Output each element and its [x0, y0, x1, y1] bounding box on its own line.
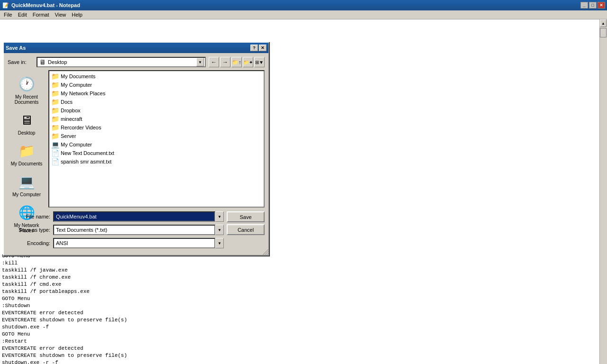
list-item[interactable]: 📁 My Network Places — [50, 89, 263, 98]
list-item[interactable]: 📄 spanish smr asmnt.txt — [50, 157, 263, 166]
txt-icon: 📄 — [51, 149, 59, 157]
new-folder-button[interactable]: 📁✦ — [243, 57, 253, 67]
encoding-dropdown-btn[interactable]: ▼ — [215, 238, 224, 248]
title-bar: 📝 QuickMenuv4.bat - Notepad _ □ ✕ — [0, 0, 607, 10]
dialog-title-bar: Save As ? ✕ — [4, 43, 268, 53]
list-item[interactable]: 📁 Dropbox — [50, 106, 263, 115]
forward-button[interactable]: → — [220, 57, 230, 67]
list-item[interactable]: 📁 Server — [50, 132, 263, 140]
filename-input-wrap: ▼ — [53, 211, 224, 222]
dialog-help-button[interactable]: ? — [250, 45, 258, 51]
sidebar: 🕐 My Recent Documents 🖥 Desktop 📁 My Doc… — [8, 70, 46, 208]
filename-dropdown-btn[interactable]: ▼ — [215, 211, 224, 222]
savetype-input-wrap: Text Documents (*.txt) ▼ — [53, 225, 224, 235]
savetype-row: Save as type: Text Documents (*.txt) ▼ — [8, 225, 224, 235]
dialog-bottom: File name: ▼ Save as type: — [8, 211, 265, 251]
cancel-button[interactable]: Cancel — [227, 224, 265, 235]
list-item[interactable]: 📁 minecraft — [50, 115, 263, 123]
minimize-button[interactable]: _ — [580, 2, 588, 9]
save-in-label: Save in: — [8, 59, 34, 65]
list-item[interactable]: 💻 My Computer — [50, 140, 263, 149]
back-button[interactable]: ← — [209, 57, 219, 67]
menu-help[interactable]: Help — [69, 11, 85, 18]
scroll-up-btn[interactable]: ▲ — [600, 19, 607, 27]
txt-icon: 📄 — [51, 158, 59, 165]
resize-grip[interactable] — [263, 249, 268, 255]
title-text: QuickMenuv4.bat - Notepad — [11, 2, 80, 8]
dialog-title-controls: ? ✕ — [250, 45, 267, 51]
list-item[interactable]: 📁 Rercorder Videos — [50, 123, 263, 132]
folder-icon: 📁 — [51, 115, 59, 123]
desktop-icon: 🖥 — [17, 110, 36, 129]
encoding-input-wrap: ANSI ▼ — [53, 238, 224, 248]
encoding-row: Encoding: ANSI ▼ — [8, 238, 224, 248]
sidebar-item-recent[interactable]: 🕐 My Recent Documents — [9, 72, 45, 107]
list-item[interactable]: 📄 New Text Document.txt — [50, 149, 263, 157]
filename-label: File name: — [8, 214, 50, 219]
save-in-row: Save in: 🖥 Desktop ▼ ← → 📁↑ 📁✦ ⊞▼ — [8, 57, 265, 67]
app-icon: 📝 — [2, 1, 9, 9]
encoding-input[interactable]: ANSI — [53, 238, 215, 248]
bottom-row: File name: ▼ Save as type: — [8, 211, 265, 251]
folder-icon: 📁 — [51, 124, 59, 131]
close-button[interactable]: ✕ — [598, 2, 605, 9]
dialog-title-text: Save As — [6, 45, 26, 51]
savetype-label: Save as type: — [8, 227, 50, 233]
encoding-label: Encoding: — [8, 240, 50, 246]
menu-edit[interactable]: Edit — [15, 11, 30, 18]
list-item[interactable]: 📁 My Computer — [50, 81, 263, 89]
folder-icon: 💻 — [51, 141, 59, 148]
svg-line-1 — [265, 251, 268, 255]
documents-icon: 📁 — [17, 141, 36, 160]
fields-section: File name: ▼ Save as type: — [8, 211, 224, 251]
save-in-arrow[interactable]: ▼ — [196, 58, 204, 66]
dialog-close-button[interactable]: ✕ — [259, 45, 267, 51]
folder-icon: 📁 — [51, 90, 59, 97]
list-item[interactable]: 📁 My Documents — [50, 72, 263, 81]
computer-icon: 💻 — [17, 172, 36, 191]
folder-icon: 📁 — [51, 81, 59, 89]
filename-row: File name: ▼ — [8, 211, 224, 222]
menu-view[interactable]: View — [52, 11, 69, 18]
folder-icon: 📁 — [51, 132, 59, 140]
dialog-overlay: Save As ? ✕ Save in: 🖥 Desktop ▼ — [0, 39, 607, 364]
savetype-input[interactable]: Text Documents (*.txt) — [53, 225, 215, 235]
scroll-thumb[interactable] — [600, 28, 607, 37]
sidebar-item-documents[interactable]: 📁 My Documents — [9, 139, 45, 169]
menu-file[interactable]: File — [1, 11, 15, 18]
menu-bar: File Edit Format View Help — [0, 10, 607, 19]
dialog-main: 🕐 My Recent Documents 🖥 Desktop 📁 My Doc… — [8, 70, 265, 208]
folder-icon: 📁 — [51, 98, 59, 106]
save-in-icon: 🖥 — [39, 58, 46, 66]
list-item[interactable]: 📁 Docs — [50, 98, 263, 106]
save-as-dialog: Save As ? ✕ Save in: 🖥 Desktop ▼ — [3, 42, 269, 256]
filename-input[interactable] — [53, 211, 215, 222]
toolbar-buttons: ← → 📁↑ 📁✦ ⊞▼ — [209, 57, 265, 67]
file-list[interactable]: 📁 My Documents 📁 My Computer 📁 My Networ… — [48, 70, 265, 208]
folder-icon: 📁 — [51, 73, 59, 80]
menu-format[interactable]: Format — [30, 11, 52, 18]
notepad-content: GOTO Menu :kill taskkill /f javaw.exe ta… — [0, 19, 607, 364]
views-button[interactable]: ⊞▼ — [254, 57, 265, 67]
sidebar-item-computer[interactable]: 💻 My Computer — [9, 170, 45, 200]
save-in-value: Desktop — [48, 59, 67, 65]
svg-line-2 — [267, 253, 268, 255]
recent-icon: 🕐 — [17, 74, 36, 93]
title-controls: _ □ ✕ — [580, 2, 605, 9]
folder-icon: 📁 — [51, 107, 59, 114]
dialog-body: Save in: 🖥 Desktop ▼ ← → 📁↑ 📁✦ ⊞▼ — [4, 53, 268, 255]
maximize-button[interactable]: □ — [589, 2, 597, 9]
save-in-dropdown[interactable]: 🖥 Desktop ▼ — [37, 57, 206, 67]
dialog-buttons: Save Cancel — [227, 211, 265, 235]
save-button[interactable]: Save — [227, 211, 265, 222]
up-folder-button[interactable]: 📁↑ — [231, 57, 242, 67]
savetype-dropdown-btn[interactable]: ▼ — [215, 225, 224, 235]
sidebar-item-desktop[interactable]: 🖥 Desktop — [9, 108, 45, 138]
